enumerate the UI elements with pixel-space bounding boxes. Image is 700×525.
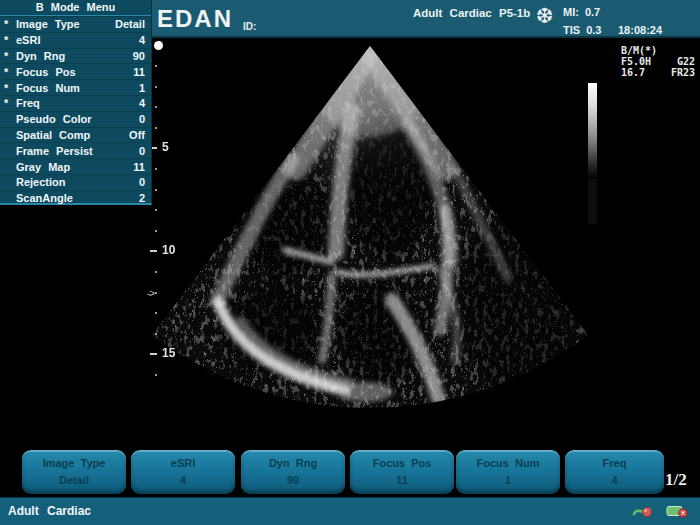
focus-position-marker: -> xyxy=(147,288,154,299)
ruler-label-15: 15 xyxy=(162,346,175,360)
battery-status-icon[interactable] xyxy=(666,503,690,519)
menu-item-dyn-rng[interactable]: * Dyn Rng 90 xyxy=(0,48,151,64)
softkey-page-indicator: 1/2 xyxy=(665,470,687,490)
menu-item-esri[interactable]: * eSRI 4 xyxy=(0,32,151,48)
freeze-snowflake-icon: ❆ xyxy=(536,4,554,28)
active-marker: * xyxy=(0,34,16,46)
ruler-tick-15 xyxy=(150,353,157,355)
menu-item-focus-pos[interactable]: * Focus Pos 11 xyxy=(0,63,151,79)
tis-readout: TIS 0.3 xyxy=(563,24,601,36)
menu-item-spatial-comp[interactable]: Spatial Comp Off xyxy=(0,127,151,143)
ruler-label-5: 5 xyxy=(162,140,169,154)
active-marker: * xyxy=(0,50,16,62)
mode-readout: B/M(*) xyxy=(621,45,657,56)
active-marker: * xyxy=(0,97,16,109)
softkey-esri[interactable]: eSRI 4 xyxy=(131,450,235,494)
exam-preset-probe: Adult Cardiac P5-1b xyxy=(413,7,530,19)
depth-readout: 16.7 xyxy=(621,67,645,78)
framerate-readout: FR23 xyxy=(671,67,695,78)
gain-readout: G22 xyxy=(677,56,695,67)
softkey-image-type[interactable]: Image Type Detail xyxy=(22,450,126,494)
active-marker: * xyxy=(0,82,16,94)
frequency-readout: F5.0H xyxy=(621,56,651,67)
depth-ruler-ticks xyxy=(155,65,157,385)
softkey-focus-pos[interactable]: Focus Pos 11 xyxy=(350,450,454,494)
gray-map-bar xyxy=(588,83,597,179)
menu-item-gray-map[interactable]: Gray Map 11 xyxy=(0,158,151,174)
menu-item-scanangle[interactable]: ScanAngle 2 xyxy=(0,190,151,206)
softkey-dyn-rng[interactable]: Dyn Rng 90 xyxy=(241,450,345,494)
mi-readout: MI: 0.7 xyxy=(563,6,600,18)
menu-item-rejection[interactable]: Rejection 0 xyxy=(0,174,151,190)
image-parameters-block: B/M(*) F5.0H G22 16.7 FR23 xyxy=(621,45,695,78)
softkey-focus-num[interactable]: Focus Num 1 xyxy=(456,450,560,494)
menu-item-frame-persist[interactable]: Frame Persist 0 xyxy=(0,142,151,158)
menu-item-pseudo-color[interactable]: Pseudo Color 0 xyxy=(0,111,151,127)
status-exam-preset: Adult Cardiac xyxy=(8,504,91,518)
system-time: 18:08:24 xyxy=(618,24,662,36)
ultrasound-screen: EDAN ID: Adult Cardiac P5-1b ❆ MI: 0.7 T… xyxy=(0,0,700,525)
menu-title: B Mode Menu xyxy=(0,0,151,16)
patient-id-label: ID: xyxy=(243,21,256,32)
active-marker: * xyxy=(0,66,16,78)
ruler-label-10: 10 xyxy=(162,243,175,257)
probe-connection-icon[interactable] xyxy=(632,503,656,519)
ruler-tick-10 xyxy=(150,250,157,252)
probe-orientation-marker xyxy=(154,41,163,50)
menu-item-freq[interactable]: * Freq 4 xyxy=(0,95,151,111)
b-mode-menu: B Mode Menu * Image Type Detail * eSRI 4… xyxy=(0,0,152,205)
status-bar: Adult Cardiac xyxy=(0,497,700,525)
gray-map-bar-tail xyxy=(588,179,597,224)
softkey-freq[interactable]: Freq 4 xyxy=(565,450,664,494)
menu-item-image-type[interactable]: * Image Type Detail xyxy=(0,16,151,32)
active-marker: * xyxy=(0,18,16,30)
edan-logo: EDAN xyxy=(157,5,233,33)
menu-item-focus-num[interactable]: * Focus Num 1 xyxy=(0,79,151,95)
ultrasound-image xyxy=(90,38,660,448)
